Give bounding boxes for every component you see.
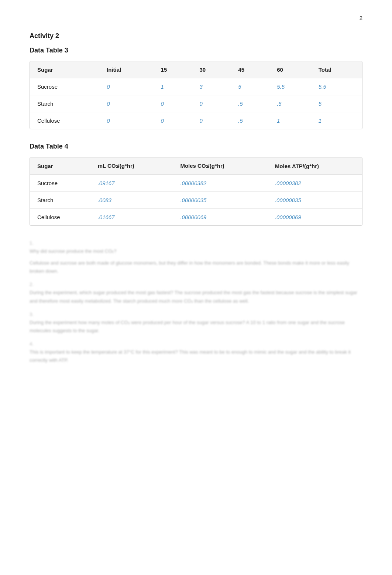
table-cell: .5 bbox=[231, 112, 269, 129]
table-cell: .09167 bbox=[90, 175, 173, 192]
data-table4: SugarmL CO₂/(g*hr)Moles CO₂/(g*hr)Moles … bbox=[30, 157, 362, 226]
table3-col-header: Total bbox=[311, 61, 362, 78]
table-cell: 0 bbox=[154, 95, 192, 112]
table-cell: .00000035 bbox=[268, 192, 362, 209]
question-text: During the experiment, which sugar produ… bbox=[30, 289, 362, 305]
table-cell: 3 bbox=[192, 78, 231, 95]
table-row: Cellulose.01667.00000069.00000069 bbox=[30, 209, 362, 226]
table3-col-header: 60 bbox=[269, 61, 311, 78]
table-cell: .01667 bbox=[90, 209, 173, 226]
activity-title: Activity 2 bbox=[30, 32, 362, 40]
data-table3: SugarInitial15304560Total Sucrose01355.5… bbox=[30, 61, 362, 129]
question-number: 3. bbox=[30, 312, 34, 317]
table-cell: Cellulose bbox=[30, 112, 99, 129]
table4-col-header: Sugar bbox=[30, 157, 90, 175]
table-cell: Starch bbox=[30, 95, 99, 112]
table-cell: .00000069 bbox=[173, 209, 267, 226]
question-number: 2. bbox=[30, 282, 34, 287]
table-cell: Sucrose bbox=[30, 78, 99, 95]
question-text: Why did sucrose produce the most CO₂? bbox=[30, 247, 362, 255]
question-text: Cellulose and sucrose are both made of g… bbox=[30, 259, 362, 275]
table3-col-header: 30 bbox=[192, 61, 231, 78]
table-cell: 0 bbox=[192, 95, 231, 112]
table-cell: .5 bbox=[231, 95, 269, 112]
table-row: Starch000.5.55 bbox=[30, 95, 362, 112]
table4-col-header: Moles CO₂/(g*hr) bbox=[173, 157, 267, 175]
table3-col-header: 15 bbox=[154, 61, 192, 78]
table-cell: 5.5 bbox=[269, 78, 311, 95]
blurred-question-item: 1. Why did sucrose produce the most CO₂?… bbox=[30, 239, 362, 275]
blurred-question-item: 2. During the experiment, which sugar pr… bbox=[30, 280, 362, 305]
table-cell: .00000069 bbox=[268, 209, 362, 226]
table-cell: 5 bbox=[231, 78, 269, 95]
table-cell: 1 bbox=[269, 112, 311, 129]
table-cell: 0 bbox=[99, 78, 153, 95]
blurred-question-item: 3. During the experiment how many moles … bbox=[30, 310, 362, 335]
table-cell: 0 bbox=[99, 112, 153, 129]
table-cell: Cellulose bbox=[30, 209, 90, 226]
table3-header-row: SugarInitial15304560Total bbox=[30, 61, 362, 78]
blurred-question-item: 4. This is important to keep the tempera… bbox=[30, 340, 362, 364]
table4-header-row: SugarmL CO₂/(g*hr)Moles CO₂/(g*hr)Moles … bbox=[30, 157, 362, 175]
table-cell: .0083 bbox=[90, 192, 173, 209]
table-cell: .00000035 bbox=[173, 192, 267, 209]
table4-col-header: Moles ATP/(g*hr) bbox=[268, 157, 362, 175]
table-cell: 1 bbox=[311, 112, 362, 129]
table-row: Sucrose01355.55.5 bbox=[30, 78, 362, 95]
blurred-questions: 1. Why did sucrose produce the most CO₂?… bbox=[30, 239, 362, 364]
page-number: 2 bbox=[30, 15, 362, 21]
table-cell: 5.5 bbox=[311, 78, 362, 95]
table-cell: .00000382 bbox=[268, 175, 362, 192]
table-cell: 0 bbox=[99, 95, 153, 112]
table-cell: .5 bbox=[269, 95, 311, 112]
table3-col-header: Sugar bbox=[30, 61, 99, 78]
table-cell: .00000382 bbox=[173, 175, 267, 192]
question-text: During the experiment how many moles of … bbox=[30, 319, 362, 335]
table-cell: Starch bbox=[30, 192, 90, 209]
table-cell: 0 bbox=[192, 112, 231, 129]
table3-col-header: Initial bbox=[99, 61, 153, 78]
table4-col-header: mL CO₂/(g*hr) bbox=[90, 157, 173, 175]
table-row: Sucrose.09167.00000382.00000382 bbox=[30, 175, 362, 192]
table3-col-header: 45 bbox=[231, 61, 269, 78]
table-row: Starch.0083.00000035.00000035 bbox=[30, 192, 362, 209]
question-number: 1. bbox=[30, 240, 34, 246]
data-table3-title: Data Table 3 bbox=[30, 47, 362, 54]
question-text: This is important to keep the temperatur… bbox=[30, 348, 362, 364]
data-table4-title: Data Table 4 bbox=[30, 143, 362, 150]
question-number: 4. bbox=[30, 341, 34, 347]
table-cell: 5 bbox=[311, 95, 362, 112]
table-cell: Sucrose bbox=[30, 175, 90, 192]
table-row: Cellulose000.511 bbox=[30, 112, 362, 129]
table-cell: 0 bbox=[154, 112, 192, 129]
table-cell: 1 bbox=[154, 78, 192, 95]
